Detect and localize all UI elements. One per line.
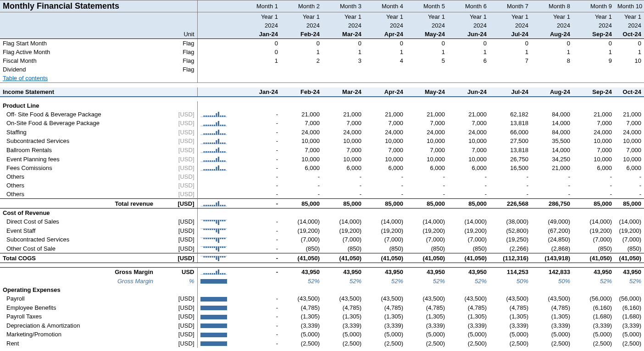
cell[interactable]: 85,000 — [615, 199, 644, 208]
cell[interactable]: - — [239, 303, 281, 313]
cell[interactable]: (1,305) — [322, 312, 364, 321]
cell[interactable]: - — [239, 253, 281, 263]
cell[interactable]: 21,000 — [281, 110, 322, 119]
cell[interactable]: 7,000 — [573, 146, 615, 155]
cell[interactable]: (3,339) — [573, 321, 615, 330]
cell[interactable]: (3,339) — [531, 321, 573, 330]
cell[interactable]: (1,680) — [573, 312, 615, 321]
cell[interactable]: 14,000 — [531, 119, 573, 128]
cell[interactable]: (2,500) — [364, 339, 406, 348]
cell[interactable]: 1 — [573, 48, 615, 56]
cell[interactable]: - — [573, 190, 615, 199]
cell[interactable]: (7,000) — [573, 235, 615, 244]
cell[interactable]: 6,000 — [364, 164, 406, 173]
cell[interactable]: - — [239, 339, 281, 348]
cell[interactable]: 34,250 — [531, 154, 573, 164]
cell[interactable]: - — [322, 190, 364, 199]
cell[interactable]: (112,316) — [489, 253, 531, 263]
cell[interactable]: 6,000 — [448, 164, 489, 173]
cell[interactable]: 7,000 — [573, 119, 615, 128]
cell[interactable]: - — [448, 190, 489, 199]
cell[interactable]: 0 — [573, 39, 615, 48]
cell[interactable]: 10,000 — [406, 154, 448, 164]
cell[interactable]: 1 — [281, 48, 322, 56]
cell[interactable]: 10,000 — [364, 137, 406, 146]
cell[interactable]: (7,000) — [406, 235, 448, 244]
cell[interactable]: 1 — [322, 48, 364, 56]
cell[interactable]: 10,000 — [573, 137, 615, 146]
cell[interactable]: 10,000 — [281, 154, 322, 164]
cell[interactable]: - — [239, 172, 281, 181]
cell[interactable]: (14,000) — [448, 217, 489, 226]
cell[interactable]: - — [239, 190, 281, 199]
cell[interactable]: (4,785) — [489, 303, 531, 313]
cell[interactable]: (41,050) — [406, 253, 448, 263]
cell[interactable]: 10 — [615, 56, 644, 65]
cell[interactable]: 0 — [406, 39, 448, 48]
cell[interactable]: (5,000) — [406, 330, 448, 339]
cell[interactable]: 62,182 — [489, 110, 531, 119]
cell[interactable]: 0 — [448, 39, 489, 48]
cell[interactable]: 114,253 — [489, 267, 531, 276]
cell[interactable]: 85,000 — [573, 199, 615, 208]
cell[interactable] — [322, 65, 364, 74]
cell[interactable]: 1 — [615, 48, 644, 56]
cell[interactable]: (4,785) — [322, 303, 364, 313]
cell[interactable]: 1 — [531, 48, 573, 56]
cell[interactable]: 6,000 — [281, 164, 322, 173]
cell[interactable]: 7,000 — [281, 146, 322, 155]
cell[interactable]: (14,000) — [364, 217, 406, 226]
cell[interactable]: (41,050) — [322, 253, 364, 263]
cell[interactable]: 7,000 — [364, 146, 406, 155]
cell[interactable]: (19,200) — [573, 226, 615, 236]
cell[interactable]: 7,000 — [322, 119, 364, 128]
cell[interactable]: 142,833 — [531, 267, 573, 276]
cell[interactable]: - — [239, 110, 281, 119]
cell[interactable]: (3,339) — [322, 321, 364, 330]
cell[interactable]: 84,000 — [531, 110, 573, 119]
cell[interactable]: (1,680) — [615, 312, 644, 321]
cell[interactable]: - — [239, 137, 281, 146]
cell[interactable]: (56,000) — [573, 294, 615, 303]
cell[interactable]: (2,500) — [448, 339, 489, 348]
cell[interactable]: (7,000) — [281, 235, 322, 244]
cell[interactable]: - — [573, 181, 615, 190]
cell[interactable] — [364, 65, 406, 74]
cell[interactable]: (850) — [406, 244, 448, 253]
cell[interactable]: - — [406, 190, 448, 199]
cell[interactable]: - — [489, 172, 531, 181]
cell[interactable]: - — [239, 181, 281, 190]
cell[interactable]: - — [239, 294, 281, 303]
cell[interactable]: 13,818 — [489, 119, 531, 128]
cell[interactable]: (850) — [281, 244, 322, 253]
cell[interactable]: (7,000) — [448, 235, 489, 244]
cell[interactable]: - — [448, 181, 489, 190]
cell[interactable]: (19,250) — [489, 235, 531, 244]
cell[interactable]: 10,000 — [573, 154, 615, 164]
cell[interactable]: (1,305) — [489, 312, 531, 321]
cell[interactable]: 7,000 — [448, 119, 489, 128]
cell[interactable]: - — [573, 172, 615, 181]
cell[interactable]: - — [531, 190, 573, 199]
cell[interactable]: (850) — [322, 244, 364, 253]
cell[interactable]: 43,950 — [406, 267, 448, 276]
cell[interactable]: (19,200) — [364, 226, 406, 236]
cell[interactable]: (6,160) — [573, 303, 615, 313]
cell[interactable]: 43,950 — [322, 267, 364, 276]
cell[interactable]: (24,850) — [531, 235, 573, 244]
cell[interactable]: (4,785) — [281, 303, 322, 313]
cell[interactable]: 7 — [489, 56, 531, 65]
cell[interactable]: (43,500) — [489, 294, 531, 303]
cell[interactable]: 7,000 — [448, 146, 489, 155]
cell[interactable]: - — [239, 267, 281, 276]
cell[interactable]: (19,200) — [322, 226, 364, 236]
cell[interactable]: (2,500) — [281, 339, 322, 348]
cell[interactable]: 0 — [239, 39, 281, 48]
cell[interactable]: - — [239, 164, 281, 173]
cell[interactable]: 24,000 — [364, 128, 406, 137]
cell[interactable]: - — [615, 181, 644, 190]
cell[interactable]: 21,000 — [364, 110, 406, 119]
cell[interactable] — [406, 65, 448, 74]
cell[interactable]: (43,500) — [281, 294, 322, 303]
cell[interactable]: 286,750 — [531, 199, 573, 208]
